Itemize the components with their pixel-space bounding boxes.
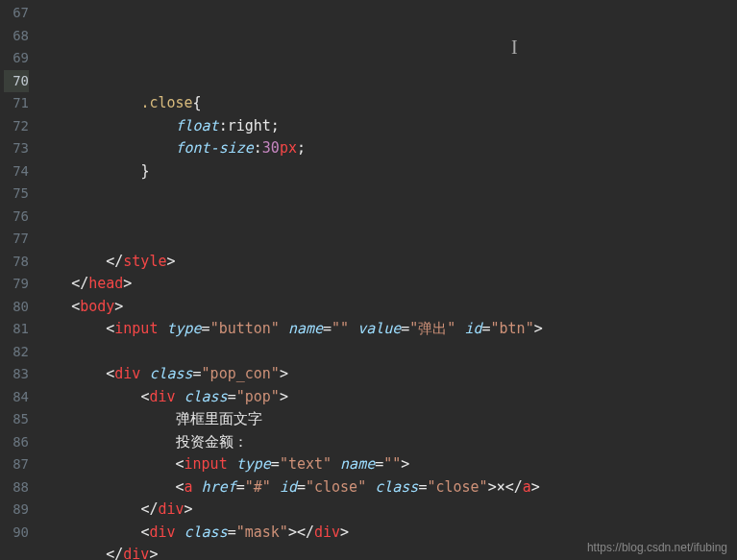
line-number: 74 <box>4 160 29 183</box>
text-cursor-icon: I <box>511 37 518 60</box>
line-number: 75 <box>4 183 29 206</box>
code-area[interactable]: I .close{ float:right; font-size:30px; }… <box>37 0 737 560</box>
code-line[interactable] <box>37 341 737 364</box>
line-number: 85 <box>4 408 29 431</box>
line-number: 79 <box>4 273 29 296</box>
line-number: 87 <box>4 453 29 476</box>
line-number: 86 <box>4 431 29 454</box>
line-number: 73 <box>4 137 29 160</box>
code-line[interactable]: 弹框里面文字 <box>37 408 737 431</box>
code-editor[interactable]: 6768697071727374757677787980818283848586… <box>0 0 737 560</box>
code-line[interactable]: <div class="pop"> <box>37 386 737 409</box>
code-line[interactable]: </style> <box>37 251 737 274</box>
code-line[interactable]: font-size:30px; <box>37 137 737 160</box>
code-line[interactable]: <div class="pop_con"> <box>37 363 737 386</box>
line-number: 90 <box>4 522 29 545</box>
code-line[interactable]: <body> <box>37 296 737 319</box>
code-line[interactable]: float:right; <box>37 115 737 138</box>
line-number: 68 <box>4 25 29 48</box>
code-line[interactable] <box>37 70 737 93</box>
line-number: 88 <box>4 476 29 499</box>
line-number: 78 <box>4 251 29 274</box>
code-line[interactable]: </div> <box>37 499 737 522</box>
line-number: 89 <box>4 499 29 522</box>
code-line[interactable]: .close{ <box>37 92 737 115</box>
code-line[interactable] <box>37 228 737 251</box>
line-number: 84 <box>4 386 29 409</box>
line-number: 67 <box>4 2 29 25</box>
code-line[interactable]: <input type="button" name="" value="弹出" … <box>37 318 737 341</box>
line-number: 72 <box>4 115 29 138</box>
line-number: 80 <box>4 296 29 319</box>
line-number: 71 <box>4 92 29 115</box>
code-line[interactable]: <a href="#" id="close" class="close">×</… <box>37 476 737 499</box>
line-gutter: 6768697071727374757677787980818283848586… <box>0 0 37 560</box>
line-number: 76 <box>4 206 29 229</box>
watermark-url: https://blog.csdn.net/ifubing <box>587 541 727 554</box>
line-number: 70 <box>4 70 29 93</box>
line-number: 77 <box>4 228 29 251</box>
code-line[interactable]: 投资金额： <box>37 431 737 454</box>
code-line[interactable]: } <box>37 160 737 183</box>
line-number: 81 <box>4 318 29 341</box>
code-line[interactable]: </head> <box>37 273 737 296</box>
line-number: 82 <box>4 341 29 364</box>
line-number: 83 <box>4 363 29 386</box>
code-line[interactable] <box>37 206 737 229</box>
line-number: 69 <box>4 47 29 70</box>
code-line[interactable]: <input type="text" name=""> <box>37 453 737 476</box>
code-line[interactable] <box>37 183 737 206</box>
